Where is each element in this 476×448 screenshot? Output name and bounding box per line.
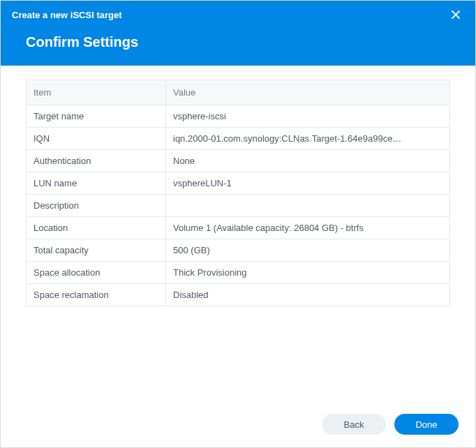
cell-item: Space allocation [27,262,166,284]
table-row: Total capacity 500 (GB) [27,239,450,262]
cell-item: Authentication [27,150,166,172]
x-icon [451,10,461,20]
cell-item: Location [27,217,166,239]
cell-value: None [166,150,450,172]
table-row: Authentication None [27,150,450,172]
close-icon[interactable] [447,6,464,23]
dialog-content: Item Value Target name vsphere-iscsi IQN… [1,66,475,404]
table-row: Description [27,195,450,217]
cell-value: vsphere-iscsi [166,105,450,128]
settings-table: Item Value Target name vsphere-iscsi IQN… [26,80,450,306]
table-row: LUN name vsphereLUN-1 [27,172,450,195]
cell-value: iqn.2000-01.com.synology:CLNas.Target-1.… [166,128,450,150]
table-row: Location Volume 1 (Available capacity: 2… [27,217,450,239]
dialog-title: Create a new iSCSI target [12,10,122,20]
dialog-subtitle: Confirm Settings [1,26,475,66]
create-iscsi-target-dialog: Create a new iSCSI target Confirm Settin… [0,0,476,448]
dialog-footer: Back Done [1,404,475,447]
cell-value: Disabled [166,284,450,306]
cell-item: Target name [27,105,166,128]
cell-item: Description [27,195,166,217]
column-header-value: Value [166,80,450,105]
table-header-row: Item Value [27,80,450,105]
cell-value: 500 (GB) [166,239,450,262]
cell-item: LUN name [27,172,166,195]
cell-value: vsphereLUN-1 [166,172,450,195]
titlebar: Create a new iSCSI target [1,1,475,26]
cell-item: IQN [27,128,166,150]
table-row: IQN iqn.2000-01.com.synology:CLNas.Targe… [27,128,450,150]
column-header-item: Item [27,80,166,105]
table-row: Target name vsphere-iscsi [27,105,450,128]
cell-value: Volume 1 (Available capacity: 26804 GB) … [166,217,450,239]
table-row: Space reclamation Disabled [27,284,450,306]
cell-value [166,195,450,217]
cell-item: Space reclamation [27,284,166,306]
done-button[interactable]: Done [394,414,459,435]
dialog-header: Create a new iSCSI target Confirm Settin… [1,1,475,66]
table-row: Space allocation Thick Provisioning [27,262,450,284]
back-button[interactable]: Back [322,414,386,435]
cell-item: Total capacity [27,239,166,262]
cell-value: Thick Provisioning [166,262,450,284]
